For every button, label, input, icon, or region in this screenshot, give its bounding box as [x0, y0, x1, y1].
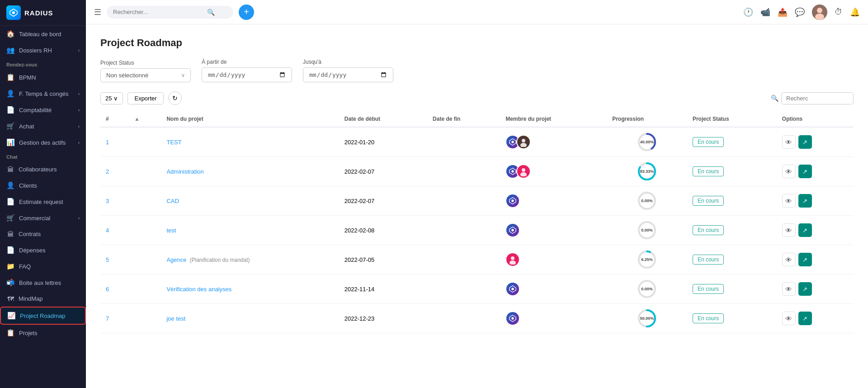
sidebar-icon-mindmap: 🗺	[6, 295, 14, 303]
sidebar-icon-commercial: 🛒	[6, 214, 15, 222]
status-filter-value: Non sélectionné	[106, 72, 148, 79]
cell-num: 4	[100, 216, 127, 245]
menu-icon[interactable]: ☰	[94, 7, 101, 17]
sidebar-item-collaborateurs[interactable]: 🏛 Collaborateurs	[0, 161, 86, 177]
sidebar-item-contrats[interactable]: 🏛 Contrats	[0, 226, 86, 242]
date-from-input[interactable]	[208, 71, 286, 79]
page-size-chevron: ∨	[113, 95, 118, 102]
edit-button[interactable]: ↗	[798, 135, 812, 149]
table-row: 5 Agence (Planification du mandat) 2022-…	[100, 245, 854, 274]
bell-icon[interactable]: 🔔	[850, 7, 860, 17]
sidebar-item-f-temps[interactable]: 👤 F. Temps & congés ‹	[0, 85, 86, 102]
view-button[interactable]: 👁	[782, 253, 796, 266]
sidebar-section-rendez-vous: Rendez-vous	[0, 58, 86, 69]
sidebar-item-dossiers-rh[interactable]: 👥 Dossiers RH ‹	[0, 42, 86, 58]
clock-icon[interactable]: ⏱	[835, 7, 843, 17]
date-from-input-wrap[interactable]	[202, 67, 292, 82]
sidebar-icon-achat: 🛒	[6, 122, 15, 130]
sidebar-item-mindmap[interactable]: 🗺 MindMap	[0, 291, 86, 307]
view-button[interactable]: 👁	[782, 135, 796, 149]
edit-button[interactable]: ↗	[798, 253, 812, 266]
table-controls: 25 ∨ Exporter ↻ 🔍	[100, 91, 854, 105]
svg-point-6	[512, 141, 514, 143]
sidebar-section-chat: Chat	[0, 151, 86, 161]
cell-status: En cours	[687, 157, 777, 186]
date-to-input[interactable]	[309, 71, 387, 79]
sidebar-icon-projets: 📋	[6, 329, 15, 337]
view-button[interactable]: 👁	[782, 312, 796, 325]
page-title: Project Roadmap	[100, 37, 854, 49]
cell-sort	[127, 274, 161, 304]
share-icon[interactable]: 📤	[778, 7, 788, 17]
sidebar-label-f-temps: F. Temps & congés	[19, 90, 69, 97]
date-to-label: Jusqu'à	[303, 59, 393, 65]
edit-button[interactable]: ↗	[798, 194, 812, 208]
table-search-icon: 🔍	[771, 95, 778, 102]
cell-num: 7	[100, 304, 127, 333]
progress-label: 0.00%	[641, 199, 653, 203]
sidebar-chevron-gestion-actifs: ‹	[78, 140, 80, 145]
sidebar-label-faq: FAQ	[19, 263, 31, 270]
cell-status: En cours	[687, 186, 777, 216]
page-size-button[interactable]: 25 ∨	[100, 92, 123, 104]
cell-date-debut: 2022-07-05	[339, 245, 427, 274]
view-button[interactable]: 👁	[782, 282, 796, 296]
export-button[interactable]: Exporter	[127, 92, 163, 104]
date-from-group: À partir de	[202, 59, 292, 82]
sidebar-item-faq[interactable]: 📁 FAQ	[0, 258, 86, 274]
sidebar-icon-comptabilite: 📄	[6, 106, 15, 114]
sidebar-chevron-f-temps: ‹	[78, 91, 80, 96]
search-icon: 🔍	[207, 9, 215, 16]
status-chevron-icon: ∨	[181, 72, 185, 78]
cell-sort	[127, 216, 161, 245]
avatar[interactable]	[812, 5, 827, 20]
sidebar-item-projets[interactable]: 📋 Projets	[0, 325, 86, 341]
col-sort[interactable]: ▲	[127, 111, 161, 127]
sidebar-label-collaborateurs: Collaborateurs	[19, 166, 57, 173]
sidebar-item-boite-aux-lettres[interactable]: 📬 Boite aux lettres	[0, 274, 86, 291]
history-icon[interactable]: 🕐	[743, 7, 753, 17]
edit-button[interactable]: ↗	[798, 223, 812, 237]
edit-button[interactable]: ↗	[798, 312, 812, 325]
view-button[interactable]: 👁	[782, 194, 796, 208]
cell-date-debut: 2022-02-07	[339, 186, 427, 216]
chat-icon[interactable]: 💬	[795, 7, 805, 17]
cell-progression: 0.00%	[607, 186, 687, 216]
sidebar-item-commercial[interactable]: 🛒 Commercial ‹	[0, 210, 86, 226]
sidebar-item-clients[interactable]: 👤 Clients	[0, 177, 86, 194]
cell-name: Vérification des analyses	[161, 274, 339, 304]
sidebar-item-bpmn[interactable]: 📋 BPMN	[0, 69, 86, 85]
sidebar-item-estimate-request[interactable]: 📄 Estimate request	[0, 194, 86, 210]
sidebar-item-achat[interactable]: 🛒 Achat ‹	[0, 118, 86, 134]
cell-sort	[127, 304, 161, 333]
video-icon[interactable]: 📹	[760, 7, 770, 17]
progress-label: 40.00%	[640, 140, 654, 144]
sidebar-item-depenses[interactable]: 📄 Dépenses	[0, 242, 86, 258]
svg-point-4	[815, 14, 824, 20]
sidebar-item-comptabilite[interactable]: 📄 Comptabilité ‹	[0, 102, 86, 118]
svg-point-34	[512, 317, 514, 319]
col-progression: Progression	[607, 111, 687, 127]
cell-date-debut: 2022-11-14	[339, 274, 427, 304]
logo: RADIUS	[0, 0, 86, 26]
sidebar-icon-dossiers-rh: 👥	[6, 46, 15, 54]
search-box[interactable]: 🔍	[107, 6, 233, 19]
sidebar-item-project-roadmap[interactable]: 📈 Project Roadmap	[0, 307, 86, 325]
view-button[interactable]: 👁	[782, 223, 796, 237]
view-button[interactable]: 👁	[782, 165, 796, 178]
sidebar-item-tableau-de-bord[interactable]: 🏠 Tableau de bord	[0, 26, 86, 42]
sidebar-icon-contrats: 🏛	[6, 230, 14, 238]
date-to-input-wrap[interactable]	[303, 67, 393, 82]
search-input[interactable]	[113, 9, 203, 15]
table-search-input[interactable]	[781, 92, 854, 104]
refresh-button[interactable]: ↻	[168, 91, 182, 105]
edit-button[interactable]: ↗	[798, 282, 812, 296]
edit-button[interactable]: ↗	[798, 165, 812, 178]
status-filter-select[interactable]: Non sélectionné ∨	[100, 68, 191, 82]
table-row: 4 test 2022-02-08 0.00% En cours 👁 ↗	[100, 216, 854, 245]
sidebar-label-tableau-de-bord: Tableau de bord	[19, 31, 61, 38]
cell-name: test	[161, 216, 339, 245]
cell-membres	[500, 245, 607, 274]
sidebar-item-gestion-actifs[interactable]: 📊 Gestion des actifs ‹	[0, 134, 86, 151]
add-button[interactable]: +	[239, 5, 254, 20]
